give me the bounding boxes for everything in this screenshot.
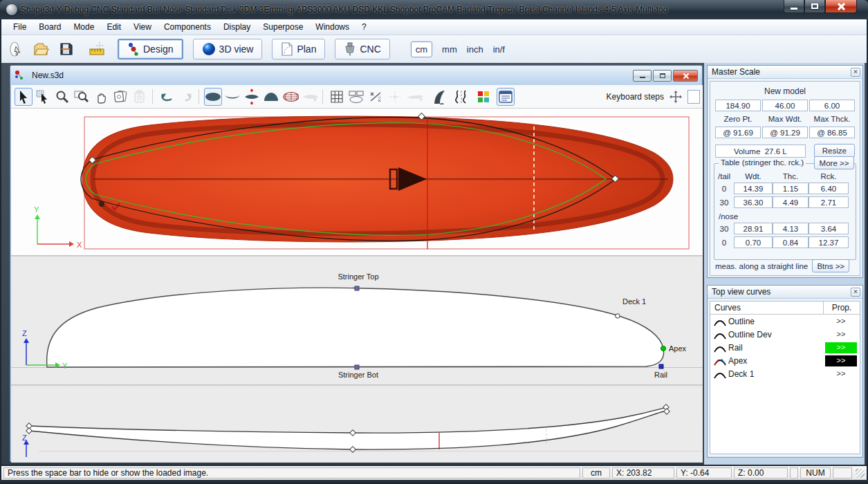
maximize-button[interactable]	[804, 0, 825, 13]
dimensions-icon[interactable]	[347, 88, 365, 106]
wdt-cell[interactable]: 36.30	[734, 196, 773, 208]
prop-button[interactable]: >>	[825, 369, 857, 380]
resize-grip[interactable]	[856, 469, 865, 478]
menu-help[interactable]: ?	[355, 20, 373, 34]
new-board-icon[interactable]	[6, 39, 26, 59]
document-title-bar[interactable]: New.s3d	[10, 66, 702, 85]
title-bar[interactable]: Shape3d X Debug CNC Standard Bull Nose S…	[0, 0, 868, 19]
more-button[interactable]: More >>	[814, 156, 854, 169]
view3d-label: 3D view	[219, 44, 254, 55]
copy-icon[interactable]	[111, 88, 129, 106]
keyboard-steps-input[interactable]	[687, 90, 700, 104]
save-icon[interactable]	[55, 39, 76, 59]
length-field[interactable]: 184.90	[715, 100, 761, 111]
btns-button[interactable]: Btns >>	[812, 259, 849, 272]
width-field[interactable]: 46.00	[762, 100, 808, 111]
stringer-bot-point[interactable]	[355, 365, 359, 369]
select-arrow-icon[interactable]	[15, 88, 33, 106]
curve-row-deck1[interactable]: Deck 1 >>	[710, 368, 860, 380]
maximize-icon	[811, 3, 818, 9]
max-wdt-at-field[interactable]: @ 91.29	[762, 127, 808, 138]
slice-curve[interactable]	[47, 288, 664, 367]
menu-edit[interactable]: Edit	[100, 20, 127, 34]
thc-cell[interactable]: 1.15	[773, 183, 809, 194]
fin-icon[interactable]	[430, 88, 448, 106]
max-thck-at-field[interactable]: @ 86.85	[809, 127, 855, 138]
apex-point[interactable]	[661, 346, 665, 351]
stringer-top-point[interactable]	[355, 286, 359, 290]
thc-cell[interactable]: 4.49	[773, 196, 809, 208]
zoom-window-icon[interactable]	[73, 88, 91, 106]
top-view-curves-title-bar[interactable]: Top view curves ✕	[708, 286, 862, 299]
wireframe-view-icon[interactable]	[281, 88, 299, 106]
thc-cell[interactable]: 0.84	[773, 236, 809, 248]
curve-row-outline[interactable]: Outline >>	[710, 315, 860, 328]
close-button[interactable]	[825, 0, 857, 13]
rail-point[interactable]	[659, 364, 663, 369]
top-view-curves-close-button[interactable]: ✕	[851, 288, 860, 297]
top-view-pane[interactable]: Y X	[11, 109, 703, 255]
menu-file[interactable]: File	[7, 20, 33, 34]
menu-mode[interactable]: Mode	[67, 20, 100, 34]
unit-mm[interactable]: mm	[442, 44, 457, 55]
menu-windows[interactable]: Windows	[309, 20, 355, 34]
thickness-view-icon[interactable]	[243, 88, 261, 106]
doc-maximize-button[interactable]	[653, 70, 672, 82]
rck-cell[interactable]: 3.64	[809, 223, 849, 234]
deck1-point[interactable]	[616, 314, 620, 318]
zoom-icon[interactable]	[53, 88, 71, 106]
rck-cell[interactable]: 12.37	[809, 236, 849, 248]
doc-close-button[interactable]	[673, 70, 698, 82]
curve-row-rail[interactable]: Rail >>	[710, 342, 860, 354]
rck-cell[interactable]: 6.40	[809, 183, 849, 194]
view3d-button[interactable]: 3D view	[193, 39, 263, 59]
zero-pt-at-field[interactable]: @ 91.69	[715, 127, 761, 138]
prop-button[interactable]: >>	[825, 329, 857, 340]
menu-superpose[interactable]: Superpose	[257, 20, 309, 34]
grid-icon[interactable]	[328, 88, 346, 106]
doc-minimize-button[interactable]	[633, 70, 652, 82]
slice-view-pane[interactable]: Stringer Top Deck 1 Apex Rail Stringer B…	[11, 257, 703, 384]
prop-button[interactable]: >>	[825, 342, 857, 353]
move-steps-icon[interactable]	[670, 91, 682, 103]
unit-cm[interactable]: cm	[411, 41, 432, 57]
rocker-view-pane[interactable]: Z	[11, 387, 703, 463]
unit-inch[interactable]: inch	[467, 44, 483, 55]
menu-display[interactable]: Display	[217, 20, 257, 34]
thickness-field[interactable]: 6.00	[809, 100, 855, 111]
resize-button[interactable]: Resize	[814, 144, 855, 158]
wdt-cell[interactable]: 0.70	[734, 236, 773, 248]
cnc-button[interactable]: CNC	[335, 39, 389, 59]
pan-hand-icon[interactable]	[92, 88, 110, 106]
curve-row-outline-dev[interactable]: Outline Dev >>	[710, 328, 860, 341]
design-button[interactable]: Design	[118, 39, 183, 59]
undo-icon[interactable]	[158, 88, 176, 106]
slice-cut-icon[interactable]	[367, 88, 385, 106]
ruler-icon[interactable]	[87, 39, 108, 59]
select-box-icon[interactable]	[34, 88, 52, 106]
slice-view-icon[interactable]	[262, 88, 280, 106]
color-settings-icon[interactable]	[474, 88, 492, 106]
superpose-curves-icon[interactable]	[452, 88, 470, 106]
menu-board[interactable]: Board	[33, 20, 67, 34]
minimize-button[interactable]	[784, 0, 804, 13]
menu-view[interactable]: View	[127, 20, 158, 34]
properties-panel-icon[interactable]	[497, 88, 515, 106]
wdt-cell[interactable]: 14.39	[734, 183, 773, 194]
top-view-curves-title: Top view curves	[712, 287, 770, 297]
doc-close-icon	[683, 73, 689, 79]
master-scale-title-bar[interactable]: Master Scale ✕	[708, 66, 862, 79]
menu-components[interactable]: Components	[158, 20, 217, 34]
plan-button[interactable]: Plan	[272, 39, 325, 59]
master-scale-close-button[interactable]: ✕	[851, 68, 860, 77]
prop-button[interactable]: >>	[825, 316, 857, 327]
wdt-cell[interactable]: 28.91	[734, 223, 773, 234]
thc-cell[interactable]: 4.13	[773, 223, 809, 234]
prop-button[interactable]: >>	[825, 355, 857, 366]
open-folder-icon[interactable]	[30, 39, 51, 59]
unit-inf[interactable]: in/f	[493, 44, 505, 55]
rocker-view-icon[interactable]	[223, 88, 241, 106]
outline-view-icon[interactable]	[204, 88, 222, 106]
rck-cell[interactable]: 2.71	[809, 196, 849, 208]
curve-row-apex[interactable]: Apex >>	[710, 355, 860, 367]
